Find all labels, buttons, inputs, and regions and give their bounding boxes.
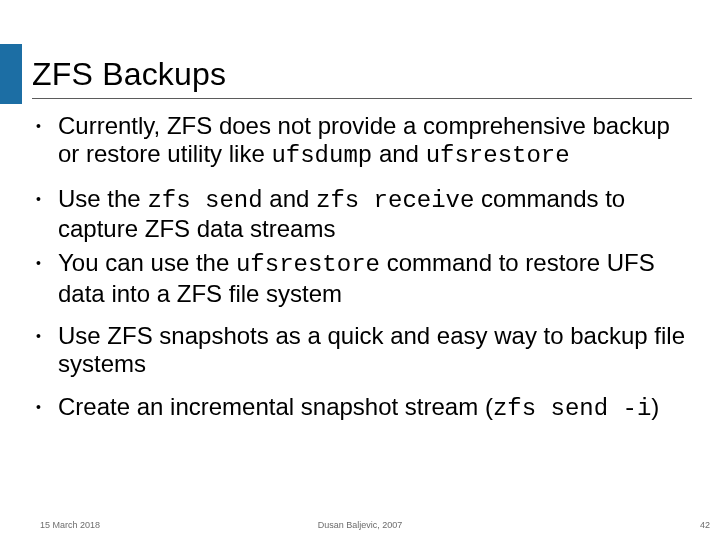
slide: ZFS Backups Currently, ZFS does not prov… [0,0,720,540]
bullet-item: You can use the ufsrestore command to re… [32,249,692,308]
body-text: and [263,185,316,212]
title-underline [32,98,692,99]
footer-page-number: 42 [700,520,710,530]
code-text: zfs send -i [493,395,651,422]
bullet-item: Currently, ZFS does not provide a compre… [32,112,692,171]
code-text: ufsrestore [426,142,570,169]
footer-author: Dusan Baljevic, 2007 [0,520,720,530]
slide-footer: 15 March 2018 Dusan Baljevic, 2007 42 [0,514,720,530]
bullet-item: Use the zfs send and zfs receive command… [32,185,692,244]
code-text: ufsdump [271,142,372,169]
slide-title: ZFS Backups [32,56,226,93]
code-text: ufsrestore [236,251,380,278]
body-text: Create an incremental snapshot stream ( [58,393,493,420]
body-text: and [372,140,425,167]
body-text: You can use the [58,249,236,276]
bullet-item: Create an incremental snapshot stream (z… [32,393,692,423]
bullet-list: Currently, ZFS does not provide a compre… [32,112,692,423]
slide-body: Currently, ZFS does not provide a compre… [32,112,692,437]
body-text: Use ZFS snapshots as a quick and easy wa… [58,322,685,377]
accent-bar [0,44,22,104]
body-text: ) [651,393,659,420]
code-text: zfs send [147,187,262,214]
body-text: Use the [58,185,147,212]
bullet-item: Use ZFS snapshots as a quick and easy wa… [32,322,692,379]
code-text: zfs receive [316,187,474,214]
